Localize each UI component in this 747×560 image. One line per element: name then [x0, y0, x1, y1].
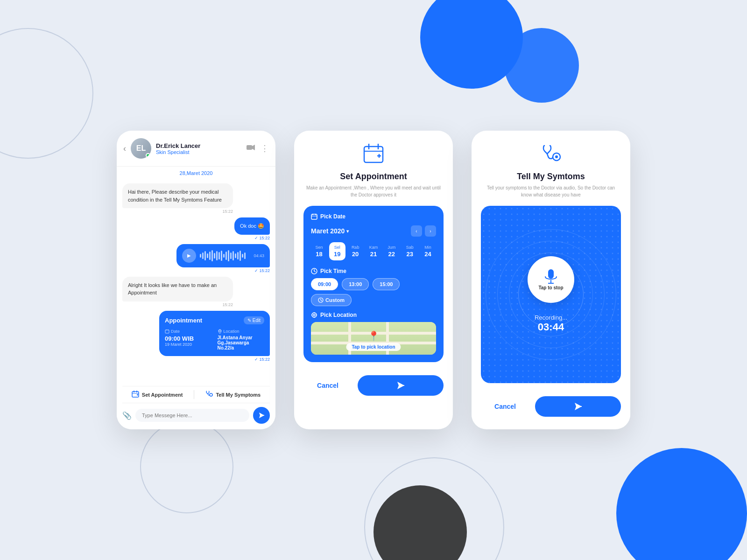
day-cell-20[interactable]: Rab 20 [347, 242, 364, 260]
tell-symptoms-label: Tell My Symptoms [216, 392, 261, 398]
svg-point-12 [210, 393, 212, 396]
svg-point-38 [555, 155, 558, 158]
message-time: ✓ 15:22 [234, 236, 270, 240]
message-text: Alright It looks like we have to make an… [128, 282, 217, 296]
day-cell-23[interactable]: Sab 23 [402, 242, 418, 260]
voice-bubble: ▶ [176, 244, 270, 267]
message-sent-1: Ok doc 🤩 ✓ 15:22 [234, 217, 270, 240]
svg-point-30 [312, 313, 317, 317]
location-label: Location [218, 329, 265, 334]
tell-symptoms-action[interactable]: Tell My Symptoms [205, 390, 261, 399]
message-bubble: Ok doc 🤩 [234, 217, 270, 235]
appointment-bubble: Appointment ✎ Edit Date [159, 311, 270, 356]
stethoscope-icon [540, 142, 562, 164]
month-navigation: Maret 2020 ▾ ‹ › [311, 225, 436, 237]
appointment-footer: Cancel [294, 370, 453, 401]
pick-time-section: Pick Time [311, 268, 436, 274]
doctor-info: Dr.Erick Lancer Skin Specialist [156, 142, 242, 155]
message-received-2: Alright It looks like we have to make an… [122, 277, 233, 307]
svg-rect-2 [165, 330, 169, 333]
bg-decoration-circle-3 [616, 448, 747, 560]
microphone-icon [543, 268, 558, 285]
mic-stop-button[interactable]: Tap to stop [528, 256, 574, 303]
appointment-address: Jl.Astana Anyar Gg.Jasawarga No.22/a [218, 335, 265, 350]
play-button[interactable]: ▶ [182, 249, 196, 263]
send-button[interactable] [358, 375, 444, 396]
svg-rect-20 [311, 214, 317, 219]
day-cell-24[interactable]: Min 24 [420, 242, 436, 260]
message-bubble: Hai there, Please describe your medical … [122, 183, 233, 208]
send-button[interactable] [535, 396, 621, 417]
recording-card: Tap to stop Recording... 03:44 [481, 206, 621, 383]
clock-custom-icon [318, 297, 324, 303]
time-chip-1300[interactable]: 13:00 [342, 278, 369, 290]
message-voice: ▶ [176, 244, 270, 273]
time-chip-1500[interactable]: 15:00 [373, 278, 400, 290]
chat-bottom-actions: Set Appointment Tell My Symptoms [122, 386, 270, 403]
svg-point-31 [313, 314, 315, 316]
appointment-screen: Set Appointment Make an Appointment ,Whe… [294, 131, 453, 370]
set-appointment-label: Set Appointment [142, 392, 183, 398]
pick-date-section: Pick Date [311, 213, 436, 220]
back-button[interactable]: ‹ [123, 144, 126, 154]
days-grid: Sen 18 Sel 19 Rab 20 Kam 21 [311, 242, 436, 260]
more-options-icon[interactable]: ⋮ [261, 143, 269, 154]
message-appointment: Appointment ✎ Edit Date [159, 311, 270, 362]
edit-appointment-button[interactable]: ✎ Edit [244, 316, 264, 324]
message-text: Hai there, Please describe your medical … [128, 189, 222, 203]
time-chip-0900[interactable]: 09:00 [311, 278, 338, 290]
month-label: Maret 2020 ▾ [311, 227, 349, 235]
send-icon [573, 402, 583, 411]
time-chip-custom[interactable]: Custom [311, 294, 352, 306]
symptoms-screen-icon [481, 142, 621, 166]
appointment-date-col: Date 09:00 WIB 19 Maret 2020 [165, 329, 212, 350]
symptoms-title: Tell My Symtoms [481, 172, 621, 182]
message-text: Ok doc 🤩 [240, 223, 264, 229]
message-received-1: Hai there, Please describe your medical … [122, 183, 233, 214]
chat-input-row: 📎 [122, 407, 270, 424]
symptoms-screen: Tell My Symtoms Tell your symptoms to th… [472, 131, 630, 391]
appointment-blue-card: Pick Date Maret 2020 ▾ ‹ › Sen 18 [303, 206, 444, 362]
day-cell-18[interactable]: Sen 18 [311, 242, 327, 260]
time-options: 09:00 13:00 15:00 Custom [311, 278, 436, 306]
send-button[interactable] [253, 407, 270, 424]
appointment-details: Date 09:00 WIB 19 Maret 2020 [165, 329, 264, 350]
message-input[interactable] [135, 409, 249, 422]
pick-location-section: Pick Location [311, 312, 436, 318]
set-appointment-action[interactable]: Set Appointment [132, 390, 183, 399]
prev-month-button[interactable]: ‹ [411, 225, 422, 237]
appointment-time: 09:00 WIB [165, 335, 212, 342]
recording-text: Recording... [535, 314, 567, 321]
phone-symptoms: Tell My Symtoms Tell your symptoms to th… [472, 131, 630, 429]
message-time: ✓ 15:22 [176, 268, 270, 273]
bg-decoration-circle-4 [374, 485, 467, 560]
appointment-screen-icon [303, 142, 444, 166]
appointment-screen-desc: Make an Appointment ,When , Where you wi… [303, 184, 444, 198]
cancel-button[interactable]: Cancel [481, 396, 529, 417]
svg-line-26 [314, 271, 316, 272]
online-indicator [146, 153, 150, 158]
recording-timer: 03:44 [535, 321, 567, 333]
svg-marker-1 [252, 145, 255, 150]
bg-arc-3 [364, 457, 504, 560]
day-cell-22[interactable]: Jum 22 [383, 242, 400, 260]
message-time: ✓ 15:22 [159, 357, 270, 362]
day-cell-21[interactable]: Kam 21 [366, 242, 382, 260]
phone-chat: ‹ EL Dr.Erick Lancer Skin Specialist ⋮ 2… [117, 131, 275, 429]
svg-line-29 [321, 300, 322, 301]
video-call-icon[interactable] [247, 144, 255, 153]
attach-icon[interactable]: 📎 [122, 411, 132, 420]
message-bubble: Alright It looks like we have to make an… [122, 277, 233, 301]
message-time: 15:22 [122, 209, 233, 214]
location-section-icon [311, 312, 317, 318]
day-cell-19[interactable]: Sel 19 [329, 242, 345, 260]
avatar: EL [131, 138, 151, 159]
map-area[interactable]: 📍 Tap to pick location [311, 322, 436, 355]
message-time: 15:22 [122, 302, 233, 307]
tap-to-pick-location[interactable]: Tap to pick location [346, 343, 401, 351]
chat-footer: Set Appointment Tell My Symptoms 📎 [117, 382, 275, 429]
divider [194, 390, 194, 399]
next-month-button[interactable]: › [425, 225, 436, 237]
cancel-button[interactable]: Cancel [303, 375, 352, 396]
month-nav-buttons: ‹ › [411, 225, 436, 237]
